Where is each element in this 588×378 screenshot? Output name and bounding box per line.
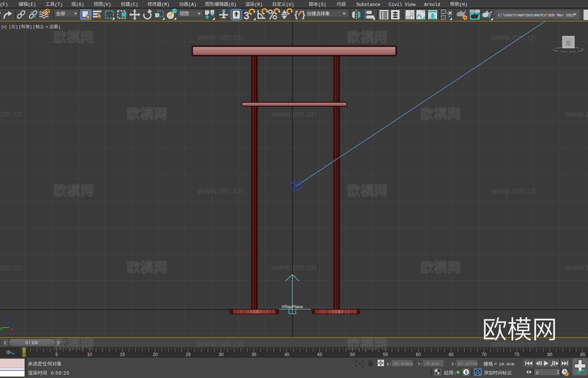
svg-text:]: ]: [59, 25, 60, 29]
svg-text:www.om.cn: www.om.cn: [564, 262, 588, 272]
svg-text:www.om.cn: www.om.cn: [271, 262, 316, 272]
svg-text:+: +: [46, 25, 48, 29]
svg-text:75: 75: [514, 352, 520, 357]
svg-text:www.om.cn: www.om.cn: [197, 32, 243, 42]
svg-text:60: 60: [416, 352, 421, 357]
svg-text:10.0cm: 10.0cm: [499, 362, 514, 366]
svg-text:50: 50: [350, 352, 355, 357]
svg-text:]: ]: [16, 25, 17, 29]
svg-text:70: 70: [482, 352, 487, 357]
svg-text:www.om.cn: www.om.cn: [0, 109, 23, 119]
svg-text:www.om.cn: www.om.cn: [0, 262, 23, 272]
svg-text:15: 15: [120, 352, 125, 357]
svg-text:[+]: [+]: [1, 25, 6, 29]
svg-text:55: 55: [383, 352, 388, 357]
svg-text:35: 35: [251, 352, 256, 357]
svg-text:19.479cm: 19.479cm: [393, 362, 413, 366]
svg-text:=: =: [494, 361, 497, 367]
svg-text:45: 45: [317, 352, 322, 357]
svg-text:0:00:20: 0:00:20: [51, 371, 70, 376]
svg-text:-0.0cm: -0.0cm: [424, 362, 439, 366]
svg-text:20: 20: [153, 352, 158, 357]
svg-text:25: 25: [186, 352, 191, 357]
svg-text:0: 0: [536, 371, 538, 375]
svg-text:www.om.cn: www.om.cn: [491, 32, 537, 42]
svg-text:www.om.cn: www.om.cn: [271, 109, 316, 119]
svg-text:www.om.cn: www.om.cn: [197, 186, 243, 196]
svg-text:40: 40: [284, 352, 290, 357]
svg-text:85: 85: [580, 352, 585, 357]
svg-text:0 / 100: 0 / 100: [26, 340, 38, 345]
svg-text:y: y: [0, 326, 3, 330]
svg-text:www.om.cn: www.om.cn: [491, 186, 537, 196]
svg-text:Y:: Y:: [418, 362, 423, 366]
svg-text:81.477cm: 81.477cm: [458, 362, 478, 366]
svg-text:[: [: [9, 25, 11, 29]
svg-text:z: z: [7, 314, 10, 319]
svg-text:x: x: [10, 327, 13, 331]
svg-text:65: 65: [449, 352, 454, 357]
svg-text::: :: [453, 371, 456, 376]
svg-text:80: 80: [547, 352, 553, 357]
svg-text:5: 5: [55, 352, 58, 357]
svg-text:X:: X:: [387, 362, 392, 366]
svg-text:30: 30: [219, 352, 224, 357]
svg-text:VRayPlane: VRayPlane: [282, 304, 303, 309]
svg-text:0: 0: [465, 370, 468, 375]
svg-text:www.om.cn: www.om.cn: [491, 339, 537, 349]
svg-text:]: ]: [30, 25, 32, 29]
svg-text:www.om.cn: www.om.cn: [564, 109, 588, 119]
svg-text:[: [: [33, 25, 35, 29]
svg-text:Z:: Z:: [451, 362, 456, 366]
svg-text:[: [: [19, 25, 21, 29]
svg-text:www.om.cn: www.om.cn: [197, 339, 243, 349]
svg-text:10: 10: [87, 352, 92, 357]
svg-text:0: 0: [23, 352, 25, 356]
